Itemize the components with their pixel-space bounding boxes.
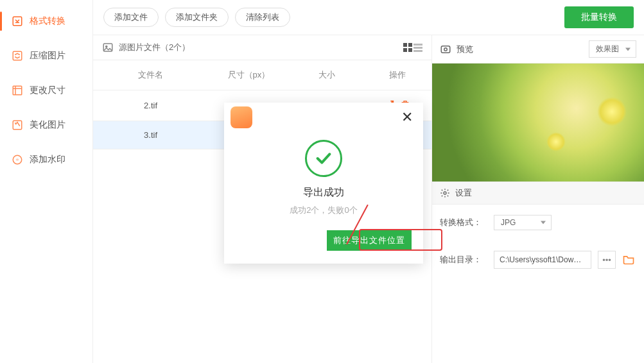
output-label: 输出目录：: [440, 254, 487, 266]
svg-point-9: [444, 192, 446, 194]
watermark-icon: [12, 154, 23, 165]
export-success-dialog: ✕ 导出成功 成功2个，失败0个 前往导出文件位置: [224, 103, 423, 264]
cell-name: 3.tif: [93, 121, 208, 149]
format-label: 转换格式：: [440, 217, 487, 228]
sidebar-item-label: 压缩图片: [30, 50, 65, 62]
sidebar-item-label: 更改尺寸: [30, 85, 65, 96]
success-check-icon: [305, 140, 342, 177]
view-toggle[interactable]: [403, 43, 422, 52]
batch-convert-button[interactable]: 批量转换: [564, 6, 634, 28]
preview-icon: [440, 44, 451, 55]
svg-rect-8: [441, 46, 450, 53]
toolbar: 添加文件 添加文件夹 清除列表 批量转换: [93, 0, 644, 35]
file-list-header: 源图片文件（2个）: [93, 35, 431, 60]
settings-header: 设置: [432, 182, 644, 205]
sidebar: 格式转换 压缩图片 更改尺寸 美化图片 添加水印: [0, 0, 93, 363]
svg-rect-2: [13, 86, 22, 95]
setting-output-row: 输出目录： C:\Users\yssoft1\Downloads •••: [432, 241, 644, 279]
col-ops: 操作: [364, 60, 431, 90]
image-icon: [102, 42, 114, 53]
output-more-button[interactable]: •••: [598, 251, 616, 269]
preview-header: 预览 效果图: [432, 35, 644, 63]
clear-list-button[interactable]: 清除列表: [235, 8, 290, 27]
grid-view-icon[interactable]: [403, 43, 412, 52]
dialog-subtitle: 成功2个，失败0个: [290, 205, 357, 216]
svg-rect-1: [13, 51, 22, 60]
close-button[interactable]: ✕: [397, 108, 417, 127]
sidebar-item-label: 添加水印: [30, 154, 65, 165]
sidebar-item-label: 格式转换: [30, 15, 65, 27]
open-folder-icon[interactable]: [622, 253, 636, 267]
format-select[interactable]: JPG: [494, 215, 552, 230]
svg-point-6: [106, 46, 107, 47]
list-title: 源图片文件（2个）: [119, 42, 190, 53]
add-folder-button[interactable]: 添加文件夹: [165, 8, 229, 27]
sidebar-item-format-convert[interactable]: 格式转换: [0, 4, 92, 38]
preview-title: 预览: [457, 44, 473, 55]
list-view-icon[interactable]: [413, 43, 422, 52]
sidebar-item-resize[interactable]: 更改尺寸: [0, 73, 92, 108]
settings-title: 设置: [455, 187, 472, 199]
col-filename: 文件名: [93, 60, 208, 90]
setting-format-row: 转换格式： JPG: [432, 205, 644, 241]
svg-point-7: [444, 47, 448, 51]
col-size: 大小: [290, 60, 364, 90]
gear-icon: [440, 188, 450, 198]
resize-icon: [12, 85, 23, 96]
dialog-title: 导出成功: [303, 186, 344, 199]
col-dimension: 尺寸（px）: [208, 60, 289, 90]
format-convert-icon: [12, 15, 23, 27]
output-path-field[interactable]: C:\Users\yssoft1\Downloads: [494, 251, 591, 269]
sidebar-item-label: 美化图片: [30, 119, 65, 131]
preview-image: [432, 63, 644, 182]
app-logo: [231, 106, 252, 128]
cell-name: 2.tif: [93, 90, 208, 121]
goto-export-location-button[interactable]: 前往导出文件位置: [327, 230, 412, 251]
sidebar-item-watermark[interactable]: 添加水印: [0, 142, 92, 177]
sidebar-item-beautify[interactable]: 美化图片: [0, 108, 92, 142]
beautify-icon: [12, 119, 23, 131]
preview-canvas: [432, 63, 644, 182]
sidebar-item-compress[interactable]: 压缩图片: [0, 38, 92, 73]
compress-image-icon: [12, 50, 23, 62]
preview-mode-select[interactable]: 效果图: [589, 40, 636, 58]
add-file-button[interactable]: 添加文件: [103, 8, 159, 27]
